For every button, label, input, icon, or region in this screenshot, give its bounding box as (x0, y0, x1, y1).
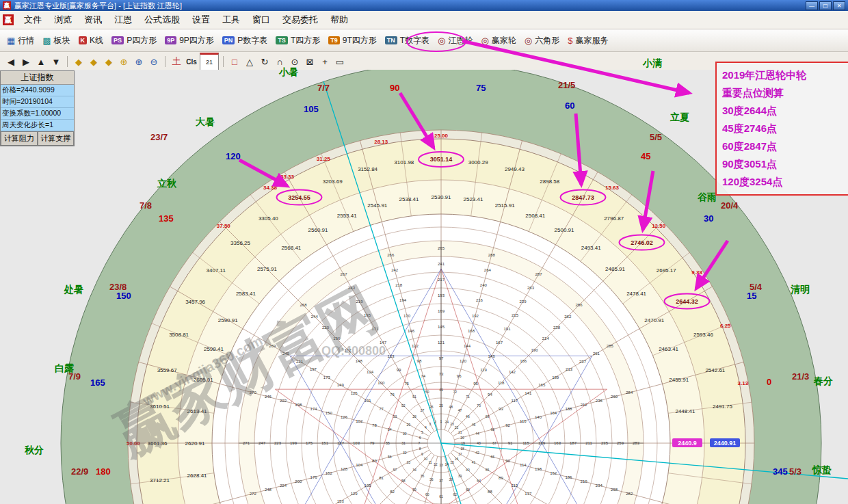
menu-工具[interactable]: 工具 (216, 12, 246, 28)
zoom-in[interactable]: ⊕ (132, 55, 146, 68)
rect-tool[interactable]: □ (228, 55, 241, 68)
toolbar-hexagon[interactable]: ◎六角形 (520, 32, 564, 49)
brand-logo-icon: 赢 (3, 14, 14, 25)
svg-text:151: 151 (321, 441, 329, 445)
svg-text:92: 92 (505, 423, 510, 427)
toolbar-quotes[interactable]: ▦行情 (3, 32, 38, 49)
toolbar-gann-wheel[interactable]: ◎江恩轮 (434, 32, 477, 49)
triangle-tool[interactable]: △ (243, 55, 256, 68)
svg-text:147: 147 (380, 341, 387, 345)
toolbar-p-square[interactable]: PSP四方形 (107, 32, 161, 49)
target-tool[interactable]: ⊕ (117, 55, 131, 68)
selection-tool[interactable]: ▭ (333, 55, 347, 68)
nav-forward[interactable]: ▶ (19, 55, 33, 68)
clear-tool[interactable]: Cls (185, 55, 198, 68)
toolbar-9p-square[interactable]: 9P9P四方形 (161, 32, 218, 49)
menu-资讯[interactable]: 资讯 (78, 12, 108, 28)
menu-文件[interactable]: 文件 (18, 12, 48, 28)
quotes-label: 行情 (18, 35, 34, 47)
kline-label: K线 (90, 35, 103, 47)
menu-江恩[interactable]: 江恩 (108, 12, 138, 28)
crosshair-tool[interactable]: + (318, 55, 332, 68)
svg-text:192: 192 (472, 314, 479, 318)
svg-text:284: 284 (626, 390, 633, 395)
close-button[interactable]: ✕ (833, 1, 845, 10)
toolbar-winner-wheel[interactable]: ◎赢家轮 (477, 32, 520, 49)
svg-text:220: 220 (322, 326, 330, 330)
svg-text:137: 137 (525, 492, 532, 496)
svg-text:4: 4 (425, 425, 427, 429)
svg-text:50.00: 50.00 (127, 440, 141, 447)
menu-帮助[interactable]: 帮助 (324, 12, 354, 28)
nav-back[interactable]: ◀ (4, 55, 18, 68)
menu-公式选股[interactable]: 公式选股 (138, 12, 186, 28)
svg-text:12: 12 (434, 462, 438, 466)
annotation-line-3: 45度2746点 (722, 120, 848, 137)
toolbar-t-square[interactable]: TST四方形 (271, 32, 324, 49)
svg-text:2847.73: 2847.73 (572, 194, 594, 201)
toolbar-t-number-table[interactable]: TNT数字表 (381, 32, 434, 49)
button-计算支撑[interactable]: 计算支撑 (38, 131, 75, 146)
toolbar-p-number-table[interactable]: PNP数字表 (218, 32, 272, 49)
svg-text:79: 79 (370, 441, 375, 445)
svg-text:45: 45 (472, 423, 476, 427)
p-square-icon: PS (111, 36, 124, 44)
svg-text:2: 2 (434, 420, 436, 424)
maximize-button[interactable]: ▢ (819, 1, 832, 10)
toolbar-winner-service[interactable]: $赢家服务 (564, 32, 612, 49)
diamond-tool-1[interactable]: ◆ (72, 55, 85, 68)
circle-tool[interactable]: ⊙ (288, 55, 302, 68)
svg-text:2542.61: 2542.61 (705, 367, 725, 373)
diamond-tool-2[interactable]: ◆ (87, 55, 101, 68)
kline-icon: K (79, 36, 88, 44)
svg-text:3152.84: 3152.84 (358, 166, 377, 172)
svg-text:237: 237 (579, 360, 587, 364)
svg-text:196: 196 (333, 336, 341, 341)
svg-text:210: 210 (581, 479, 588, 483)
box-select-tool[interactable]: ⊠ (303, 55, 317, 68)
svg-text:224: 224 (280, 483, 287, 488)
svg-text:26: 26 (429, 405, 434, 409)
toolbar-kline[interactable]: KK线 (75, 32, 108, 49)
toolbar-sectors[interactable]: ▩板块 (38, 32, 74, 49)
instrument-rows: 价格=2440.9099时间=20190104变换系数=1.00000周天变化步… (1, 85, 74, 131)
svg-text:216: 216 (476, 298, 483, 302)
minimize-button[interactable]: — (806, 1, 818, 10)
toolbar-9t-square[interactable]: T99T四方形 (324, 32, 381, 49)
menu-窗口[interactable]: 窗口 (246, 12, 276, 28)
svg-text:172: 172 (345, 348, 352, 352)
annotation-line-6: 120度3254点 (722, 173, 848, 191)
svg-text:125: 125 (351, 391, 358, 395)
svg-text:3203.69: 3203.69 (323, 178, 343, 185)
svg-text:95: 95 (473, 382, 478, 386)
button-计算阻力[interactable]: 计算阻力 (1, 131, 38, 146)
svg-text:153: 153 (337, 499, 345, 503)
svg-text:27: 27 (421, 408, 425, 412)
filter-tool[interactable]: ▼ (49, 55, 63, 68)
svg-text:47: 47 (458, 408, 462, 412)
svg-text:94: 94 (488, 393, 492, 397)
gann-grid-tool[interactable]: 土 (170, 55, 183, 68)
menu-设置[interactable]: 设置 (186, 12, 216, 28)
svg-text:235: 235 (601, 441, 609, 445)
svg-text:13: 13 (439, 463, 443, 467)
arrow-up-tool[interactable]: ▲ (34, 55, 48, 68)
svg-text:56: 56 (388, 455, 392, 459)
t-number-table-icon: TN (385, 36, 397, 44)
svg-text:113: 113 (512, 483, 518, 488)
svg-text:66: 66 (491, 455, 495, 459)
menu-浏览[interactable]: 浏览 (48, 12, 78, 28)
zoom-out[interactable]: ⊖ (147, 55, 161, 68)
arc-tool[interactable]: ∩ (273, 55, 287, 68)
svg-text:2620.91: 2620.91 (185, 440, 205, 447)
sectors-icon: ▩ (42, 36, 51, 45)
menu-交易委托[interactable]: 交易委托 (276, 12, 324, 28)
svg-text:221: 221 (296, 360, 304, 364)
rotate-tool[interactable]: ↻ (258, 55, 271, 68)
9t-square-label: 9T四方形 (343, 35, 377, 47)
diamond-tool-3[interactable]: ◆ (102, 55, 116, 68)
svg-text:30: 30 (403, 432, 407, 436)
svg-text:37: 37 (439, 479, 443, 483)
svg-text:127: 127 (337, 441, 345, 445)
calendar-tool[interactable]: 21 (200, 53, 219, 70)
